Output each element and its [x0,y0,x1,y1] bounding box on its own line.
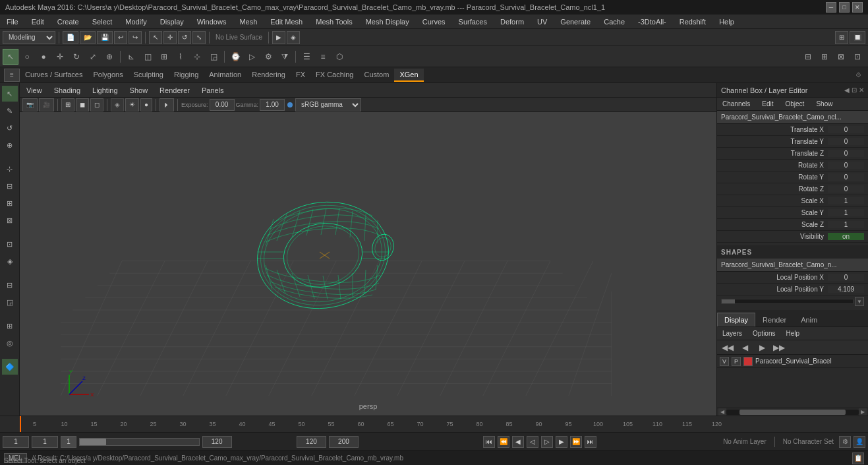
xgen-btn[interactable]: 🔷 [2,359,18,375]
layer-p-btn[interactable]: P [732,357,741,366]
render-view-icon[interactable]: ▷ [244,49,260,65]
tab-fx[interactable]: FX [291,69,310,82]
channel-local-pos-x[interactable]: Local Position X 0 [717,272,868,284]
menu-mesh-display[interactable]: Mesh Display [363,16,412,27]
show-manip-icon[interactable]: ◫ [140,49,156,65]
move-btn[interactable]: ✛ [163,31,177,44]
channel-translate-x[interactable]: Translate X 0 [717,124,868,136]
cb-menu-edit[interactable]: Edit [759,99,776,109]
lighting-btn[interactable]: ☀ [125,98,139,111]
menu-file[interactable]: File [4,16,21,27]
component-e-btn[interactable]: ⊟ [2,178,18,194]
play-back-btn[interactable]: ◀ [512,436,524,448]
tab-rigging[interactable]: Rigging [169,69,204,82]
render-btn[interactable]: ▶ [272,31,285,44]
channel-local-pos-y[interactable]: Local Position Y 4.109 [717,284,868,295]
frame-range-bar[interactable] [79,438,200,446]
layer-menu-help[interactable]: Help [783,328,802,338]
attr-icon[interactable]: ≡ [315,49,331,65]
grid-btn[interactable]: ⊞ [835,31,848,44]
layer-menu-layers[interactable]: Layers [720,328,745,338]
tab-sculpting[interactable]: Sculpting [129,69,169,82]
snap-grid-left-btn[interactable]: ⊡ [2,236,18,252]
play-forward-frame-btn[interactable]: ⏩ [570,436,582,448]
channel-scale-z[interactable]: Scale Z 1 [717,219,868,231]
tab-rendering[interactable]: Rendering [246,69,291,82]
snap-grid-icon[interactable]: ⊞ [156,49,172,65]
layer-first-btn[interactable]: ◀◀ [720,340,736,356]
shelf-icon[interactable]: ⊠ [833,49,849,65]
channel-icon[interactable]: ⊡ [850,49,865,65]
save-btn[interactable]: 💾 [97,31,113,44]
tab-collapse-btn[interactable]: ≡ [4,69,20,82]
playhead[interactable] [20,416,21,432]
channel-scale-y[interactable]: Scale Y 1 [717,207,868,219]
shading-btn[interactable]: ● [140,98,152,111]
menu-curves[interactable]: Curves [420,16,448,27]
scale-btn[interactable]: ⤡ [192,31,206,44]
history-icon[interactable]: ⌚ [227,49,243,65]
scale-icon[interactable]: ⤢ [85,49,101,65]
script-editor-btn[interactable]: 📋 [852,452,864,464]
channel-rotate-x[interactable]: Rotate X 0 [717,160,868,171]
menu-create[interactable]: Create [55,16,82,27]
play-forward-end-btn[interactable]: ⏭ [585,436,596,448]
paint-select-icon[interactable]: ● [36,49,51,65]
menu-edit[interactable]: Edit [29,16,47,27]
ipr-btn[interactable]: ◈ [287,31,300,44]
undo-btn[interactable]: ↩ [114,31,127,44]
char-set-btn[interactable]: 👤 [854,436,865,448]
grid-display-icon[interactable]: ⊞ [817,49,832,65]
layer-prev-btn[interactable]: ◀ [737,340,753,356]
tab-custom[interactable]: Custom [359,69,395,82]
maximize-button[interactable]: □ [839,2,850,13]
play-forward-step-btn[interactable]: ▷ [541,436,553,448]
snap-btn[interactable]: 🔲 [850,31,865,44]
play-forward-btn[interactable]: ▶ [556,436,567,448]
select-tool-icon[interactable]: ↖ [3,49,18,65]
colorspace-select[interactable]: sRGB gamma [295,98,361,111]
lasso-icon[interactable]: ○ [19,49,35,65]
mode-dropdown[interactable]: Modeling [3,31,55,44]
layer-last-btn[interactable]: ▶▶ [771,340,787,356]
tab-polygons[interactable]: Polygons [88,69,128,82]
menu-mesh-tools[interactable]: Mesh Tools [313,16,355,27]
cam-select-btn[interactable]: 📷 [22,98,38,111]
soft-mod-icon[interactable]: ⊾ [123,49,139,65]
menu-surfaces[interactable]: Surfaces [456,16,490,27]
wireframe-btn[interactable]: ⊞ [61,98,74,111]
tab-xgen[interactable]: XGen [394,69,423,82]
minimize-button[interactable]: ─ [826,2,836,13]
play-back-step-btn[interactable]: ◁ [527,436,538,448]
smooth-btn[interactable]: ◼ [76,98,89,111]
menu-redshift[interactable]: Redshift [677,16,709,27]
channel-rotate-z[interactable]: Rotate Z 0 [717,183,868,195]
menu-cache[interactable]: Cache [601,16,627,27]
frame-all-btn[interactable]: ⊟ [2,277,18,293]
anim-settings-btn[interactable]: ⚙ [839,436,851,448]
viewport-menu-view[interactable]: View [24,85,45,96]
viewport-menu-lighting[interactable]: Lighting [90,85,121,96]
channel-box-close-btn[interactable]: ✕ [859,86,864,94]
tab-curves-surfaces[interactable]: Curves / Surfaces [20,69,88,82]
play-back-end-btn[interactable]: ⏮ [483,436,495,448]
frame-sel-btn[interactable]: ◲ [2,294,18,310]
open-btn[interactable]: 📂 [80,31,96,44]
menu-3dto[interactable]: -3DtoAll- [635,16,669,27]
viewport[interactable]: .gl{stroke:#666;stroke-width:0.5;} [20,112,716,416]
menu-edit-mesh[interactable]: Edit Mesh [268,16,305,27]
start-frame-input[interactable] [3,436,29,448]
component-f-btn[interactable]: ⊞ [2,195,18,211]
layer-v-btn[interactable]: V [720,357,729,366]
exposure-input[interactable] [210,99,235,111]
scroll-right-btn[interactable]: ▶ [859,408,867,416]
camera-tools-btn[interactable]: 🎥 [39,98,54,111]
camera-pan-btn[interactable]: ◎ [2,335,18,351]
universal-icon[interactable]: ⊕ [101,49,117,65]
menu-display[interactable]: Display [158,16,187,27]
select-mode-btn[interactable]: ↖ [2,86,18,102]
snap-point-icon[interactable]: ⊹ [189,49,205,65]
scroll-left-btn[interactable]: ◀ [718,408,726,416]
viewport-menu-panels[interactable]: Panels [199,85,227,96]
redo-btn[interactable]: ↪ [129,31,142,44]
